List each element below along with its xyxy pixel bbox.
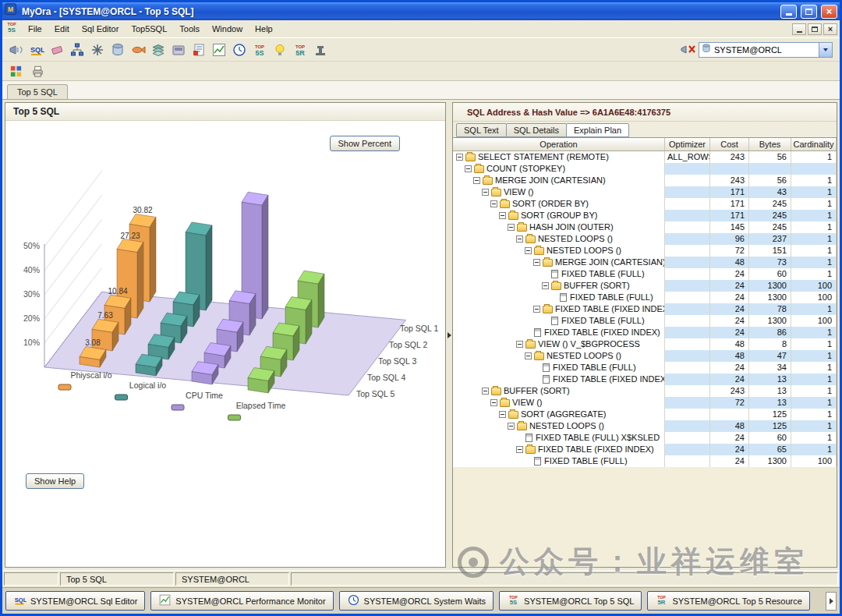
menu-top5sql[interactable]: Top5SQL — [125, 22, 173, 36]
mdi-close-button[interactable] — [823, 23, 837, 35]
tree-collapse-icon[interactable] — [490, 200, 497, 207]
tree-collapse-icon[interactable] — [516, 341, 523, 348]
sql-editor-icon[interactable]: SQL — [27, 40, 46, 59]
taskbar-system-orcl-top-5-resource[interactable]: TOP5RSYSTEM@ORCL Top 5 Resource — [647, 591, 809, 611]
explain-plan-row[interactable]: SORT (GROUP BY)1712451 — [453, 210, 837, 221]
panel-splitter[interactable] — [446, 102, 452, 568]
explain-plan-row[interactable]: MERGE JOIN (CARTESIAN)243561 — [453, 175, 837, 186]
disconnect-icon[interactable] — [678, 40, 698, 59]
combobox-dropdown-button[interactable] — [819, 43, 832, 57]
explain-plan-row[interactable]: SORT (AGGREGATE)1251 — [453, 409, 837, 420]
taskbar-system-orcl-performance-monitor[interactable]: SYSTEM@ORCL Performance Monitor — [150, 591, 333, 611]
explain-plan-row[interactable]: FIXED TABLE (FULL)24601 — [453, 268, 837, 280]
explain-plan-row[interactable]: NESTED LOOPS ()481251 — [453, 420, 837, 432]
tree-collapse-icon[interactable] — [456, 154, 463, 161]
database-icon[interactable] — [108, 40, 127, 59]
explain-plan-row[interactable]: BUFFER (SORT)241300100 — [453, 280, 837, 292]
minimize-button[interactable] — [780, 5, 797, 19]
mdi-restore-button[interactable] — [808, 23, 822, 35]
tab-top5-sql[interactable]: Top 5 SQL — [7, 84, 68, 99]
explain-plan-row[interactable]: HASH JOIN (OUTER)1452451 — [453, 221, 837, 233]
column-header-bytes[interactable]: Bytes — [749, 138, 791, 150]
restore-button[interactable] — [801, 5, 817, 19]
operation-label: FIXED TABLE (FIXED INDEX) — [555, 303, 664, 315]
system-waits-icon[interactable] — [229, 40, 249, 59]
show-percent-button[interactable]: Show Percent — [330, 136, 400, 151]
menu-sql-editor[interactable]: Sql Editor — [76, 22, 126, 36]
close-button[interactable] — [821, 5, 837, 19]
tablespace-icon[interactable] — [128, 40, 147, 59]
tree-collapse-icon[interactable] — [508, 423, 515, 430]
tab-explain-plan[interactable]: Explain Plan — [566, 123, 629, 137]
taskbar-system-orcl-sql-editor[interactable]: SQLSYSTEM@ORCL Sql Editor — [5, 591, 145, 611]
top5-resource-icon[interactable]: TOP5R — [290, 40, 310, 59]
menu-file[interactable]: File — [22, 22, 48, 36]
storage-layers-icon[interactable] — [148, 40, 168, 59]
explain-plan-row[interactable]: FIXED TABLE (FIXED INDEX)24131 — [453, 373, 837, 385]
tab-sql-details[interactable]: SQL Details — [506, 123, 567, 137]
menu-edit[interactable]: Edit — [48, 22, 76, 36]
taskbar-scroll-right-button[interactable] — [826, 592, 837, 611]
explain-plan-row[interactable]: VIEW ()171431 — [453, 186, 837, 198]
explain-plan-row[interactable]: FIXED TABLE (FULL)241300100 — [453, 315, 837, 327]
column-header-optimizer[interactable]: Optimizer — [665, 138, 710, 150]
tree-collapse-icon[interactable] — [533, 259, 540, 266]
tree-collapse-icon[interactable] — [499, 212, 506, 219]
menu-window[interactable]: Window — [206, 22, 249, 36]
reports-icon[interactable] — [189, 40, 208, 59]
explain-plan-row[interactable]: VIEW ()72131 — [453, 397, 837, 409]
clear-icon[interactable] — [47, 40, 66, 59]
tree-collapse-icon[interactable] — [499, 411, 506, 418]
top5-sql-icon[interactable]: TOP5S — [249, 40, 269, 59]
tree-collapse-icon[interactable] — [465, 165, 472, 172]
tips-icon[interactable] — [270, 40, 289, 59]
connection-combobox[interactable]: SYSTEM@ORCL — [699, 42, 833, 58]
explain-plan-row[interactable]: COUNT (STOPKEY) — [453, 163, 837, 175]
tree-collapse-icon[interactable] — [516, 446, 523, 453]
explain-plan-row[interactable]: MERGE JOIN (CARTESIAN)48731 — [453, 257, 837, 268]
explain-plan-row[interactable]: FIXED TABLE (FULL)241300100 — [453, 455, 837, 467]
taskbar-system-orcl-system-waits[interactable]: SYSTEM@ORCL System Waits — [339, 591, 494, 611]
explain-plan-row[interactable]: FIXED TABLE (FULL) X$KSLED24601 — [453, 432, 837, 444]
tree-collapse-icon[interactable] — [516, 235, 523, 243]
tab-sql-text[interactable]: SQL Text — [456, 123, 507, 137]
datafiles-icon[interactable] — [168, 40, 188, 59]
menu-help[interactable]: Help — [249, 22, 279, 36]
column-header-cardinality[interactable]: Cardinality — [791, 138, 837, 150]
menu-tools[interactable]: Tools — [173, 22, 206, 36]
explain-plan-row[interactable]: NESTED LOOPS ()962371 — [453, 233, 837, 245]
tree-collapse-icon[interactable] — [473, 177, 480, 184]
explain-plan-row[interactable]: FIXED TABLE (FIXED INDEX)24861 — [453, 327, 837, 338]
column-header-operation[interactable]: Operation — [453, 138, 665, 150]
tree-collapse-icon[interactable] — [482, 388, 489, 395]
tree-collapse-icon[interactable] — [508, 224, 515, 231]
tree-collapse-icon[interactable] — [525, 247, 532, 254]
explain-plan-row[interactable]: FIXED TABLE (FULL)241300100 — [453, 292, 837, 303]
explain-plan-row[interactable]: FIXED TABLE (FIXED INDEX)24781 — [453, 303, 837, 315]
explain-plan-row[interactable]: NESTED LOOPS ()721511 — [453, 245, 837, 257]
explain-plan-row[interactable]: NESTED LOOPS ()48471 — [453, 350, 837, 362]
tree-collapse-icon[interactable] — [525, 352, 532, 359]
tree-collapse-icon[interactable] — [482, 189, 489, 196]
tree-collapse-icon[interactable] — [542, 282, 549, 289]
refresh-view-icon[interactable] — [6, 62, 26, 81]
show-help-button[interactable]: Show Help — [26, 473, 84, 489]
kill-session-icon[interactable] — [87, 40, 107, 59]
announce-horn-icon[interactable] — [6, 40, 26, 59]
explain-plan-row[interactable]: SORT (ORDER BY)1712451 — [453, 198, 837, 210]
taskbar-system-orcl-top-5-sql[interactable]: TOP5SSYSTEM@ORCL Top 5 SQL — [499, 591, 642, 611]
explain-plan-row[interactable]: FIXED TABLE (FULL)24341 — [453, 362, 837, 373]
explain-plan-row[interactable]: VIEW () V_$BGPROCESS4881 — [453, 338, 837, 350]
sessions-icon[interactable] — [67, 40, 87, 59]
explain-plan-row[interactable]: BUFFER (SORT)243131 — [453, 385, 837, 397]
cardinality-cell: 1 — [791, 257, 837, 268]
column-header-cost[interactable]: Cost — [710, 138, 749, 150]
tree-collapse-icon[interactable] — [533, 306, 540, 313]
performance-monitor-icon[interactable] — [209, 40, 228, 59]
explain-plan-row[interactable]: SELECT STATEMENT (REMOTE)ALL_ROWS243561 — [453, 151, 837, 163]
utility-icon[interactable] — [310, 40, 330, 59]
mdi-minimize-button[interactable] — [792, 23, 806, 35]
tree-collapse-icon[interactable] — [490, 399, 497, 406]
explain-plan-row[interactable]: FIXED TABLE (FIXED INDEX)24651 — [453, 444, 837, 455]
print-icon[interactable] — [28, 62, 48, 81]
